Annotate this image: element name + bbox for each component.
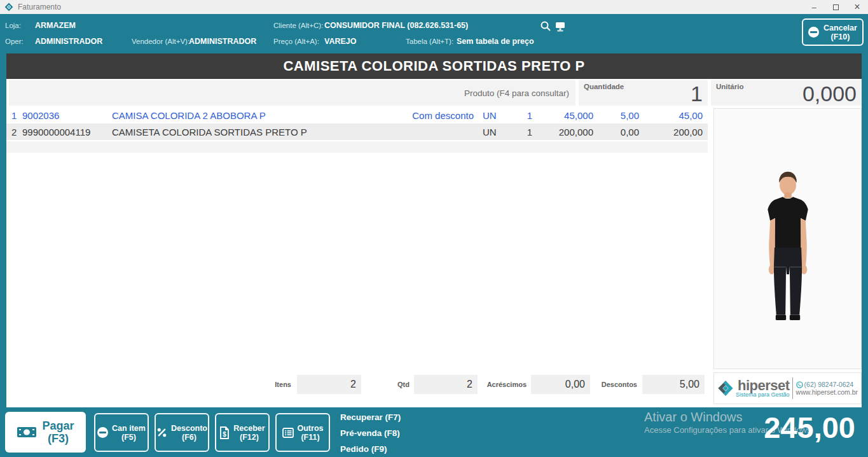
item-price: 45,000 [532,110,593,121]
item-disc: 0,00 [593,127,639,137]
current-product-banner: CAMISETA COLORIDA SORTIDAS PRETO P [6,53,862,79]
summary-bar: Itens 2 Qtd 2 Acréscimos 0,00 Descontos … [0,374,868,395]
oper-value: ADMINISTRADOR [35,37,102,46]
search-icon[interactable] [540,20,551,32]
receipt-dollar-icon: $ [219,426,230,439]
outros-button[interactable]: Outros (F11) [275,413,330,452]
itens-box: 2 [297,375,361,394]
titlebar: Faturamento – × [0,0,868,14]
footer-bar: Pagar (F3) Can item (F5) Desconto (F6) [0,407,868,457]
pre-venda-link[interactable]: Pré-venda (F8) [340,428,400,438]
item-qty: 1 [502,127,532,137]
tabela-value: Sem tabela de preço [457,37,534,46]
unitario-input[interactable]: Unitário 0,000 [711,80,862,106]
acrescimos-value: 0,00 [565,375,585,394]
tabela-label: Tabela (Alt+T): [406,38,453,45]
table-row[interactable]: 2 9990000004119 CAMISETA COLORIDA SORTID… [6,123,708,140]
product-image-panel [713,108,862,369]
outros-label: Outros [298,424,324,433]
cliente-label: Cliente (Alt+C): [273,22,323,29]
itens-label: Itens [253,381,291,388]
item-number: 1 [6,110,17,121]
unitario-label: Unitário [716,83,743,90]
descontos-box: 5,00 [642,375,705,394]
left-accent-strip [0,53,6,407]
minus-circle-icon [97,427,108,438]
minus-circle-icon [808,27,819,38]
acrescimos-box: 0,00 [531,375,590,394]
qtd-value: 2 [467,375,472,394]
produto-placeholder: Produto (F4 para consultar) [464,88,569,98]
descontos-value: 5,00 [680,375,699,394]
item-code: 9002036 [17,110,112,121]
loja-label: Loja: [5,22,21,29]
cancel-key: (F10) [831,32,850,41]
sale-header: Loja: ARMAZEM Oper: ADMINISTRADOR Vended… [0,14,868,53]
maximize-button[interactable] [825,0,846,14]
item-total: 45,00 [639,110,708,121]
entry-row: Produto (F4 para consultar) Quantidade 1… [6,79,862,107]
items-table: 1 9002036 CAMISA COLORIDA 2 ABOBORA P Co… [6,107,708,153]
vendedor-label: Vendedor (Alt+V): [132,38,189,45]
qtd-box: 2 [414,375,478,394]
sale-total: 245,00 [764,409,855,447]
preco-label: Preço (Alt+A): [273,38,319,45]
cancel-label: Cancelar [823,24,857,32]
list-icon [282,428,294,438]
item-qty: 1 [502,110,532,121]
item-unit: UN [474,127,502,137]
can-item-label: Can item [112,424,146,433]
pagar-button[interactable]: Pagar (F3) [5,412,86,453]
cliente-value[interactable]: CONSUMIDOR FINAL (082.626.531-65) [324,21,468,30]
app-logo-icon [4,3,13,11]
cash-icon [17,425,37,439]
qtd-label: Qtd [378,381,410,388]
descontos-label: Descontos [595,381,637,388]
table-row[interactable]: 1 9002036 CAMISA COLORIDA 2 ABOBORA P Co… [6,107,708,123]
pagar-key: (F3) [48,432,69,445]
percent-icon [156,427,167,438]
quantidade-input[interactable]: Quantidade 1 [579,80,708,106]
svg-text:$: $ [223,430,227,437]
desconto-key: (F6) [182,433,196,442]
quantidade-label: Quantidade [584,83,624,90]
window-title: Faturamento [18,3,61,11]
customer-display-icon[interactable] [555,20,566,32]
receber-key: (F12) [240,433,259,442]
unitario-value: 0,000 [803,80,857,106]
close-button[interactable]: × [846,0,868,14]
receber-label: Receber [233,424,265,433]
item-unit: UN [474,110,502,121]
item-note: Com desconto [366,110,474,121]
product-model-image [753,169,823,322]
acrescimos-label: Acréscimos [483,381,527,388]
oper-label: Oper: [5,38,24,45]
loja-value: ARMAZEM [35,21,76,30]
maximize-icon [833,4,839,10]
produto-input[interactable]: Produto (F4 para consultar) [9,80,575,106]
item-disc: 5,00 [593,110,639,121]
empty-row [6,141,708,153]
preco-value[interactable]: VAREJO [324,37,356,46]
outros-key: (F11) [301,433,319,442]
itens-value: 2 [350,375,356,394]
vendedor-value[interactable]: ADMINISTRADOR [189,37,256,46]
minimize-button[interactable]: – [803,0,825,14]
cancel-button[interactable]: Cancelar (F10) [802,18,864,46]
desconto-button[interactable]: Desconto (F6) [155,413,209,452]
recuperar-link[interactable]: Recuperar (F7) [340,412,401,422]
item-number: 2 [6,127,17,137]
can-item-key: (F5) [121,433,136,442]
pedido-link[interactable]: Pedido (F9) [340,444,387,454]
item-desc: CAMISETA COLORIDA SORTIDAS PRETO P [112,127,366,137]
right-accent-strip [862,53,868,407]
pagar-label: Pagar [42,419,74,432]
can-item-button[interactable]: Can item (F5) [94,413,149,452]
desconto-label: Desconto [171,424,207,433]
receber-button[interactable]: $ Receber (F12) [215,413,270,452]
quantidade-value: 1 [691,80,703,106]
item-desc: CAMISA COLORIDA 2 ABOBORA P [112,110,366,121]
item-price: 200,000 [532,127,593,137]
item-code: 9990000004119 [17,127,112,137]
item-total: 200,00 [639,127,708,137]
